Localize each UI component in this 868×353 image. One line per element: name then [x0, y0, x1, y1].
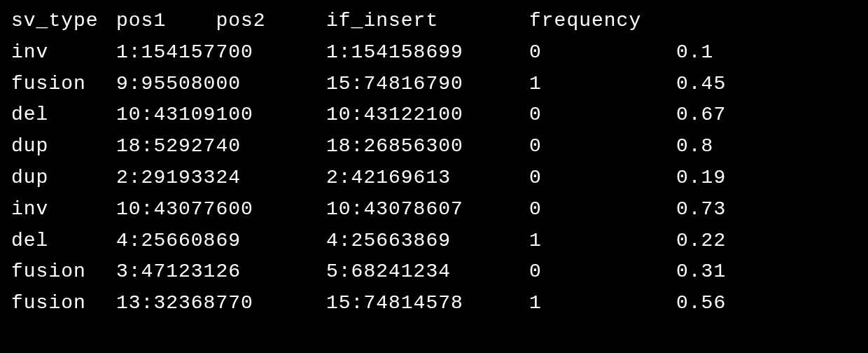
cell-if-insert: 0	[529, 162, 676, 194]
cell-pos2: 10:43078607	[326, 194, 529, 226]
table-row: fusion13:3236877015:7481457810.56	[11, 288, 857, 319]
header-spacer	[676, 6, 781, 37]
cell-sv-type: inv	[11, 194, 116, 226]
cell-frequency: 0.67	[676, 99, 781, 131]
cell-if-insert: 0	[529, 37, 676, 69]
cell-frequency: 0.31	[676, 256, 781, 288]
cell-if-insert: 1	[529, 288, 676, 319]
cell-frequency: 0.73	[676, 194, 781, 226]
cell-pos2: 15:74816790	[326, 69, 529, 100]
cell-frequency: 0.19	[676, 162, 781, 194]
cell-sv-type: dup	[11, 131, 116, 162]
cell-sv-type: inv	[11, 37, 116, 69]
cell-frequency: 0.1	[676, 37, 781, 69]
cell-if-insert: 1	[529, 226, 676, 257]
cell-pos1: 4:25660869	[116, 226, 326, 257]
cell-pos1: 18:5292740	[116, 131, 326, 162]
cell-pos1: 13:32368770	[116, 288, 326, 319]
header-pos1-pos2: pos1 pos2	[116, 6, 326, 37]
cell-pos1: 3:47123126	[116, 256, 326, 288]
cell-pos2: 15:74814578	[326, 288, 529, 319]
table-row: fusion3:471231265:6824123400.31	[11, 256, 857, 288]
cell-pos1: 10:43109100	[116, 99, 326, 131]
cell-frequency: 0.56	[676, 288, 781, 319]
cell-frequency: 0.22	[676, 226, 781, 257]
header-pos2-label: pos2	[216, 6, 265, 37]
cell-sv-type: del	[11, 99, 116, 131]
table-row: inv10:4307760010:4307860700.73	[11, 194, 857, 226]
cell-pos1: 1:154157700	[116, 37, 326, 69]
cell-sv-type: del	[11, 226, 116, 257]
cell-sv-type: fusion	[11, 69, 116, 100]
cell-if-insert: 0	[529, 194, 676, 226]
header-if-insert: if_insert	[326, 6, 529, 37]
cell-if-insert: 1	[529, 69, 676, 100]
header-sv-type: sv_type	[11, 6, 116, 37]
header-row: sv_type pos1 pos2 if_insert frequency	[11, 6, 857, 37]
cell-pos2: 18:26856300	[326, 131, 529, 162]
cell-pos1: 10:43077600	[116, 194, 326, 226]
table-row: inv1:1541577001:15415869900.1	[11, 37, 857, 69]
cell-pos2: 5:68241234	[326, 256, 529, 288]
cell-frequency: 0.8	[676, 131, 781, 162]
header-frequency: frequency	[529, 6, 676, 37]
cell-sv-type: dup	[11, 162, 116, 194]
cell-if-insert: 0	[529, 131, 676, 162]
cell-pos2: 4:25663869	[326, 226, 529, 257]
cell-pos1: 9:95508000	[116, 69, 326, 100]
table-row: dup2:291933242:4216961300.19	[11, 162, 857, 194]
cell-pos2: 2:42169613	[326, 162, 529, 194]
table-row: dup18:529274018:2685630000.8	[11, 131, 857, 162]
table-row: fusion9:9550800015:7481679010.45	[11, 69, 857, 100]
table-row: del4:256608694:2566386910.22	[11, 226, 857, 257]
table-row: del10:4310910010:4312210000.67	[11, 99, 857, 131]
cell-sv-type: fusion	[11, 256, 116, 288]
cell-if-insert: 0	[529, 99, 676, 131]
cell-pos2: 10:43122100	[326, 99, 529, 131]
header-pos1-label: pos1	[116, 10, 166, 32]
cell-pos2: 1:154158699	[326, 37, 529, 69]
cell-if-insert: 0	[529, 256, 676, 288]
cell-sv-type: fusion	[11, 288, 116, 319]
cell-pos1: 2:29193324	[116, 162, 326, 194]
cell-frequency: 0.45	[676, 69, 781, 100]
data-rows-container: inv1:1541577001:15415869900.1fusion9:955…	[11, 37, 857, 319]
